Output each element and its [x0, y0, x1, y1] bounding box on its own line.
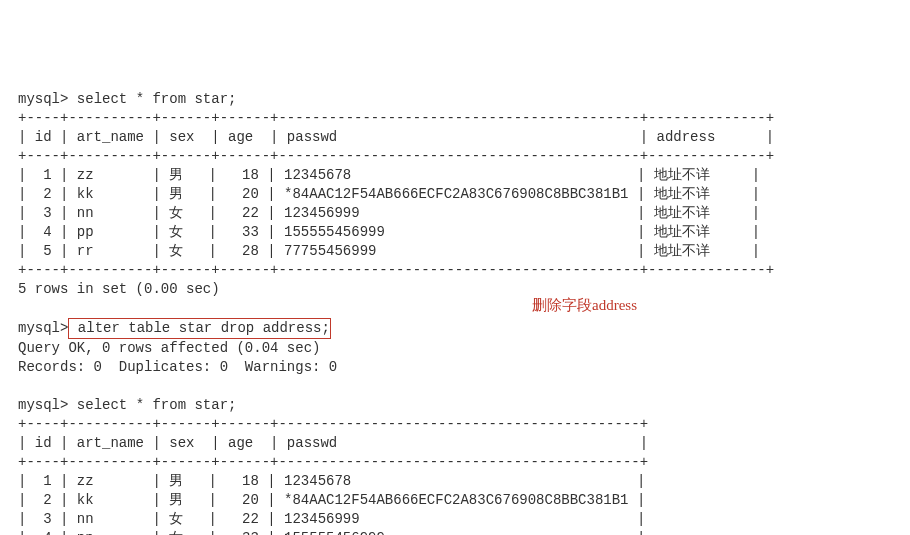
table-row: | 2 | kk | 男 | 20 | *84AAC12F54AB666ECFC… [18, 186, 760, 202]
prompt: mysql> [18, 91, 68, 107]
table-border: +----+----------+------+------+---------… [18, 454, 648, 470]
table-row: | 1 | zz | 男 | 18 | 12345678 | 地址不详 | [18, 167, 760, 183]
sql-select: select * from star; [77, 397, 237, 413]
table-row: | 3 | nn | 女 | 22 | 123456999 | [18, 511, 645, 527]
table-border: +----+----------+------+------+---------… [18, 110, 774, 126]
rows-footer: 5 rows in set (0.00 sec) [18, 281, 220, 297]
table-row: | 3 | nn | 女 | 22 | 123456999 | 地址不详 | [18, 205, 760, 221]
table-border: +----+----------+------+------+---------… [18, 416, 648, 432]
table-border: +----+----------+------+------+---------… [18, 262, 774, 278]
annotation-drop-column: 删除字段address [532, 296, 637, 315]
table-border: +----+----------+------+------+---------… [18, 148, 774, 164]
prompt: mysql> [18, 397, 68, 413]
table-row: | 1 | zz | 男 | 18 | 12345678 | [18, 473, 645, 489]
table-row: | 2 | kk | 男 | 20 | *84AAC12F54AB666ECFC… [18, 492, 645, 508]
table-row: | 5 | rr | 女 | 28 | 77755456999 | 地址不详 | [18, 243, 760, 259]
table-header: | id | art_name | sex | age | passwd | a… [18, 129, 774, 145]
sql-alter-highlight: alter table star drop address; [68, 318, 330, 339]
table-row: | 4 | pp | 女 | 33 | 155555456999 | 地址不详 … [18, 224, 760, 240]
prompt: mysql> [18, 320, 68, 336]
records-line: Records: 0 Duplicates: 0 Warnings: 0 [18, 359, 337, 375]
table-header: | id | art_name | sex | age | passwd | [18, 435, 648, 451]
table-row: | 4 | pp | 女 | 33 | 155555456999 | [18, 530, 645, 535]
terminal-block: mysql> select * from star; +----+-------… [18, 90, 892, 535]
sql-select: select * from star; [77, 91, 237, 107]
query-ok: Query OK, 0 rows affected (0.04 sec) [18, 340, 320, 356]
